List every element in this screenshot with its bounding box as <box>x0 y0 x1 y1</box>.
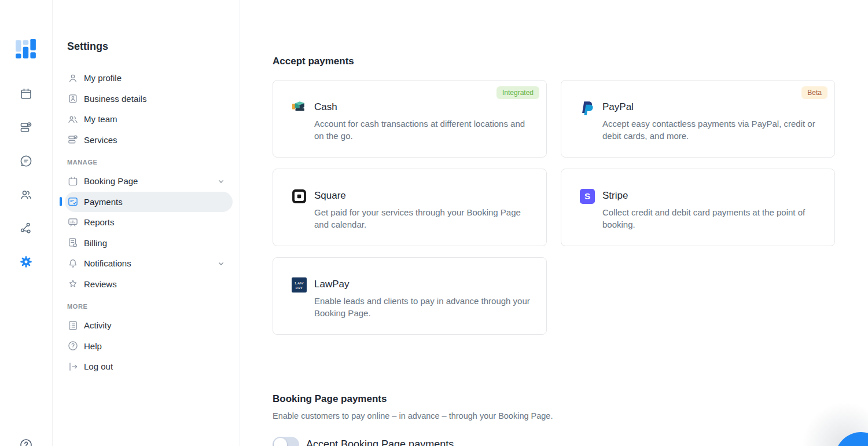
paypal-logo-icon <box>580 100 595 115</box>
svg-text:S: S <box>584 191 590 201</box>
toggle-knob <box>274 438 287 446</box>
user-icon <box>67 72 79 84</box>
sidebar-item-log-out[interactable]: Log out <box>65 356 233 377</box>
app-logo[interactable] <box>15 38 37 60</box>
payments-icon <box>67 196 79 207</box>
calendar-icon[interactable] <box>19 87 33 101</box>
services-icon <box>67 134 79 145</box>
svg-text:LAW: LAW <box>295 281 304 286</box>
accept-booking-payments-row: Accept Booking Page payments <box>273 437 868 446</box>
sidebar-item-reviews[interactable]: Reviews <box>65 274 233 295</box>
sidebar-item-label: My profile <box>84 73 122 83</box>
status-badge: Integrated <box>496 86 539 99</box>
sidebar-item-label: Payments <box>84 197 123 207</box>
settings-gear-icon[interactable] <box>19 255 33 269</box>
sidebar-item-label: Business details <box>84 94 146 104</box>
sidebar-item-payments[interactable]: Payments <box>65 192 233 213</box>
chevron-down-icon <box>216 259 226 268</box>
reports-icon <box>67 217 79 228</box>
sidebar-item-my-team[interactable]: My team <box>65 109 233 130</box>
sidebar-item-services[interactable]: Services <box>65 130 233 151</box>
sidebar-item-notifications[interactable]: Notifications <box>65 253 233 274</box>
services-icon[interactable] <box>19 120 33 134</box>
help-icon[interactable] <box>19 438 33 446</box>
provider-name: LawPay <box>314 277 530 292</box>
provider-name: PayPal <box>602 100 818 115</box>
provider-description: Accept easy contactless payments via Pay… <box>602 118 818 142</box>
chevron-down-icon <box>216 177 226 186</box>
sidebar-item-label: Help <box>84 341 102 351</box>
provider-description: Account for cash transactions at differe… <box>314 118 530 142</box>
contacts-icon[interactable] <box>19 188 33 202</box>
sidebar-item-label: My team <box>84 114 117 124</box>
sidebar-item-booking-page[interactable]: Booking Page <box>65 171 233 192</box>
payment-provider-grid: Integrated Cash Account for cash <box>273 80 868 335</box>
settings-sidebar: Settings My profile Business details My … <box>53 0 240 446</box>
provider-card-paypal[interactable]: Beta PayPal Accept easy contactless paym… <box>561 80 835 158</box>
bell-icon <box>67 258 79 269</box>
sidebar-section-manage: MANAGE <box>67 159 240 166</box>
accept-booking-payments-toggle[interactable] <box>273 437 299 446</box>
sidebar-item-label: Activity <box>84 320 112 330</box>
billing-icon <box>67 237 79 248</box>
provider-card-lawpay[interactable]: LAW PAY LawPay Enable leads and clients … <box>273 257 547 335</box>
payments-settings-main: Accept payments Integrated <box>240 0 868 446</box>
sidebar-item-label: Reviews <box>84 279 117 289</box>
activity-list-icon <box>67 320 79 331</box>
provider-name: Stripe <box>602 188 818 203</box>
accept-payments-heading: Accept payments <box>273 56 868 67</box>
booking-page-payments-section: Booking Page payments Enable customers t… <box>273 393 868 446</box>
toggle-label: Accept Booking Page payments <box>306 438 454 446</box>
provider-card-square[interactable]: Square Get paid for your services throug… <box>273 169 547 246</box>
sidebar-item-label: Log out <box>84 361 113 371</box>
provider-card-cash[interactable]: Integrated Cash Account for cash <box>273 80 547 158</box>
provider-description: Get paid for your services through your … <box>314 206 530 231</box>
sidebar-item-label: Booking Page <box>84 176 138 186</box>
sidebar-item-my-profile[interactable]: My profile <box>65 68 233 89</box>
provider-name: Square <box>314 188 530 203</box>
id-badge-icon <box>67 93 79 104</box>
provider-description: Collect credit and debit card payments a… <box>602 206 818 231</box>
page-title: Settings <box>67 41 240 53</box>
provider-name: Cash <box>314 100 530 115</box>
square-logo-icon <box>292 189 307 204</box>
sidebar-item-activity[interactable]: Activity <box>65 315 233 336</box>
sidebar-item-label: Notifications <box>84 258 131 268</box>
svg-text:PAY: PAY <box>296 286 303 290</box>
cash-register-icon <box>292 100 307 115</box>
stripe-logo-icon: S <box>580 189 595 204</box>
provider-description: Enable leads and clients to pay in advan… <box>314 295 530 319</box>
sidebar-item-label: Services <box>84 135 117 145</box>
chat-icon[interactable] <box>19 154 33 168</box>
sidebar-section-more: MORE <box>67 303 240 310</box>
booking-payments-heading: Booking Page payments <box>273 393 868 405</box>
logout-icon <box>67 361 79 372</box>
help-circle-icon <box>67 340 79 352</box>
icon-rail <box>0 0 53 446</box>
sidebar-item-label: Billing <box>84 238 107 248</box>
sidebar-item-reports[interactable]: Reports <box>65 212 233 233</box>
sidebar-item-help[interactable]: Help <box>65 336 233 357</box>
provider-card-stripe[interactable]: S Stripe Collect credit and debit card p… <box>561 169 835 246</box>
settings-page: Settings My profile Business details My … <box>0 0 868 446</box>
sidebar-item-label: Reports <box>84 217 115 227</box>
integrations-icon[interactable] <box>19 221 33 235</box>
calendar-icon <box>67 176 79 187</box>
team-icon <box>67 114 79 125</box>
sidebar-item-billing[interactable]: Billing <box>65 233 233 254</box>
app-logo-icon <box>15 38 37 60</box>
booking-payments-subtitle: Enable customers to pay online – in adva… <box>273 411 868 421</box>
star-icon <box>67 278 79 290</box>
status-badge: Beta <box>801 86 827 99</box>
lawpay-logo-icon: LAW PAY <box>292 277 307 293</box>
sidebar-item-business-details[interactable]: Business details <box>65 89 233 109</box>
